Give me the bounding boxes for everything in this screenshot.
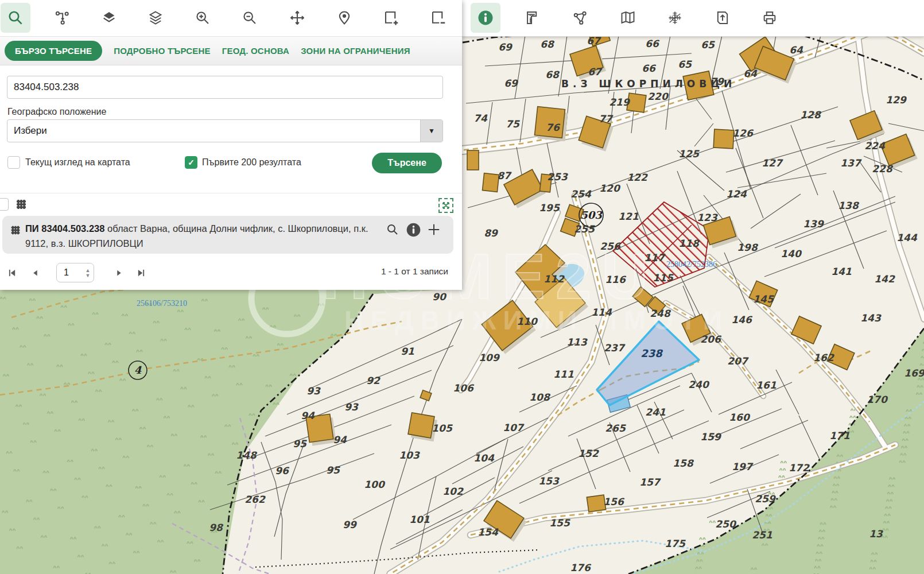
search-icon[interactable] [1, 3, 30, 33]
parcel-label: 142 [874, 273, 895, 285]
search-input[interactable] [7, 76, 443, 99]
parcel-label: 90 [432, 291, 447, 302]
pagination: 1 ▲▼ 1 - 1 от 1 записи [0, 259, 462, 286]
ruler-icon[interactable] [518, 3, 548, 33]
parcel-label: 169 [904, 367, 924, 379]
parcel-label: 95 [293, 438, 307, 449]
location-pin-icon[interactable] [329, 3, 359, 33]
grid-icon [14, 197, 28, 214]
parcel-label: 96 [275, 465, 290, 476]
parcel-label: 87 [497, 170, 512, 181]
map-icon[interactable] [613, 3, 643, 33]
page-number-input[interactable]: 1 ▲▼ [56, 263, 94, 282]
parcel-label: 206 [700, 333, 722, 345]
parcel-label: 148 [236, 449, 258, 461]
parcel-label: 101 [409, 514, 430, 525]
parcel-label: 254 [570, 188, 592, 200]
coordinate-grid-icon[interactable] [660, 3, 690, 33]
search-button[interactable]: Търсене [372, 153, 442, 173]
parcel-label: 143 [860, 312, 882, 324]
parcel-label: 66 [645, 38, 660, 49]
zoom-in-icon[interactable] [188, 3, 218, 33]
parcel-label: 195 [539, 202, 560, 214]
zoom-to-selection-icon[interactable] [438, 198, 453, 213]
parcel-label: 106 [453, 382, 475, 394]
coordinate-label: 256106/753210 [137, 299, 187, 308]
last-page-button[interactable] [133, 265, 148, 280]
page-number-value: 1 [57, 267, 82, 278]
export-page-icon[interactable] [708, 3, 737, 33]
map-toolbar-right [462, 0, 924, 37]
parcel-label: 107 [503, 422, 525, 433]
parcel-label: 159 [700, 431, 722, 443]
tab-geodetic-basis[interactable]: ГЕОД. ОСНОВА [222, 46, 289, 56]
layers-filled-icon[interactable] [94, 3, 124, 33]
measure-network-icon[interactable] [565, 3, 595, 33]
parcel-label: 139 [803, 218, 825, 230]
parcel-label: 197 [732, 461, 754, 472]
route-select-icon[interactable] [47, 3, 77, 33]
parcel-label: 137 [840, 157, 862, 169]
first-page-button[interactable] [5, 265, 20, 280]
checkbox-current-map-view[interactable] [7, 156, 20, 169]
parcel-label: 111 [553, 369, 574, 380]
magnifier-icon[interactable] [385, 222, 401, 238]
parcel-label: 104 [473, 452, 495, 464]
parcel-label: 155 [549, 517, 570, 529]
parcel-label: 68 [540, 38, 555, 50]
parcel-label: 94 [301, 410, 315, 421]
parcel-label: 127 [762, 157, 783, 169]
parcel-label: 125 [678, 148, 700, 160]
zoom-out-icon[interactable] [235, 3, 265, 33]
parcel-label: 68 [545, 69, 560, 80]
tab-quick-search[interactable]: БЪРЗО ТЪРСЕНЕ [5, 41, 102, 61]
parcel-label: 120 [599, 183, 621, 194]
parcel-label: 220 [647, 91, 669, 102]
plus-icon[interactable] [426, 222, 442, 238]
parcel-label: 172 [789, 462, 810, 474]
result-text: ПИ 83404.503.238 област Варна, община До… [25, 222, 372, 251]
parcel-label: 64 [743, 68, 758, 79]
parcel-label: 171 [829, 430, 850, 441]
parcel-label: 146 [731, 314, 753, 325]
parcel-label: 224 [864, 140, 886, 152]
checkbox-current-map-view-label: Текущ изглед на картата [25, 157, 130, 168]
parcel-label: 138 [838, 200, 860, 211]
parcel-label: 170 [867, 394, 888, 405]
parcel-label: 91 [401, 346, 414, 357]
select-all-checkbox[interactable] [0, 198, 9, 211]
parcel-label: 121 [618, 211, 639, 222]
page-spinner[interactable]: ▲▼ [82, 268, 94, 278]
parcel-label: 161 [756, 379, 777, 391]
next-page-button[interactable] [111, 265, 126, 280]
geo-location-select[interactable]: Избери ▼ [7, 119, 443, 142]
checkbox-first-200-results[interactable]: ✓ [185, 156, 197, 169]
tab-detailed-search[interactable]: ПОДРОБНО ТЪРСЕНЕ [114, 46, 211, 56]
parcel-label: 67 [587, 35, 601, 46]
parcel-label: 116 [605, 274, 627, 285]
tab-restriction-zones[interactable]: ЗОНИ НА ОГРАНИЧЕНИЯ [301, 46, 410, 56]
printer-icon[interactable] [755, 3, 785, 33]
geo-select-value: Избери [7, 125, 420, 137]
select-rect-subtract-icon[interactable] [424, 3, 453, 33]
parcel-label: 100 [364, 479, 386, 490]
previous-page-button[interactable] [28, 265, 42, 280]
parcel-label: 114 [591, 307, 612, 318]
parcel-label: 241 [645, 406, 666, 418]
parcel-label: 265 [605, 422, 626, 434]
pan-icon[interactable] [282, 3, 312, 33]
info-circle-icon[interactable] [405, 222, 421, 238]
parcel-label: 123 [697, 212, 718, 223]
zone-circle-label: 4 [134, 364, 142, 376]
select-rect-add-icon[interactable] [376, 3, 406, 33]
parcel-label: 95 [326, 464, 340, 476]
result-row[interactable]: ПИ 83404.503.238 област Варна, община До… [2, 216, 453, 254]
parcel-label: 65 [678, 59, 692, 70]
parcel-label: 228 [872, 163, 894, 174]
parcel-label: 112 [543, 273, 565, 285]
parcel-label: 262 [244, 494, 266, 505]
parcel-label: 237 [604, 342, 626, 354]
layers-stack-icon[interactable] [141, 3, 170, 33]
info-icon[interactable] [471, 3, 500, 33]
grid-icon [9, 224, 22, 239]
